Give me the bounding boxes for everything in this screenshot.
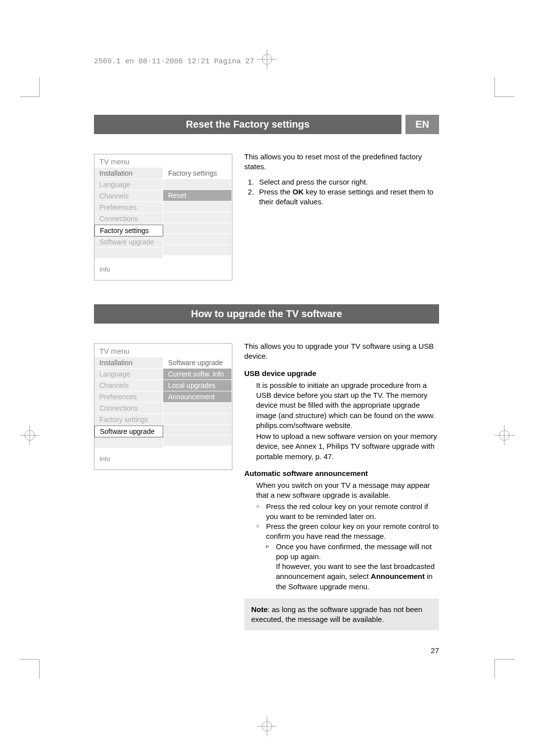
menu-item-language: Language <box>94 369 163 380</box>
menu-item-blank <box>163 435 232 446</box>
usb-paragraph-1: It is possible to initiate an upgrade pr… <box>256 380 439 430</box>
menu-item-factory-settings: Factory settings <box>94 414 163 425</box>
menu-info: Info <box>94 448 232 470</box>
menu-item-software-upgrade: Software upgrade <box>94 236 163 248</box>
menu-right-header: Software upgrade <box>163 357 232 369</box>
page-number: 27 <box>431 646 439 655</box>
menu-item-channels: Channels <box>94 380 163 391</box>
menu-title: TV menu <box>94 344 232 357</box>
menu-item-preferences: Preferences <box>94 202 163 213</box>
registration-mark-icon <box>20 425 40 445</box>
section-title-bar: How to upgrade the TV software <box>94 304 439 324</box>
note-box: Note: as long as the software upgrade ha… <box>244 599 439 631</box>
menu-item-connections: Connections <box>94 213 163 225</box>
menu-item-current-softw-info: Current softw. info <box>163 369 232 380</box>
crop-mark <box>20 77 40 97</box>
menu-left-header: Installation <box>94 168 163 179</box>
menu-right-header: Factory settings <box>163 168 232 179</box>
step-2: Press the OK key to erase settings and r… <box>256 187 439 207</box>
usb-heading: USB device upgrade <box>244 369 439 378</box>
menu-title: TV menu <box>94 154 232 168</box>
menu-item-blank <box>163 414 232 425</box>
section-upgrade: How to upgrade the TV software TV menu I… <box>94 304 439 630</box>
tv-menu-panel: TV menu Installation Language Channels P… <box>94 154 232 281</box>
menu-item-blank <box>94 248 163 259</box>
tv-menu-panel: TV menu Installation Language Channels P… <box>94 343 232 470</box>
menu-item-channels: Channels <box>94 190 163 202</box>
auto-followup: If however, you want to see the last bro… <box>276 562 435 591</box>
section-title: How to upgrade the TV software <box>94 304 439 324</box>
intro-text: This allows you to reset most of the pre… <box>244 152 439 172</box>
section-reset: Reset the Factory settings EN TV menu In… <box>94 115 439 281</box>
auto-triangle: Once you have confirmed, the message wil… <box>266 542 439 592</box>
menu-item-blank <box>94 437 163 448</box>
menu-item-local-upgrades: Local upgrades <box>163 380 232 391</box>
auto-intro: When you switch on your TV a message may… <box>256 480 439 501</box>
registration-mark-icon <box>257 49 277 69</box>
menu-item-software-upgrade: Software upgrade <box>94 425 163 437</box>
menu-info: Info <box>94 259 232 280</box>
menu-item-blank <box>163 403 232 414</box>
menu-item-blank <box>163 179 232 190</box>
menu-item-announcement: Announcement <box>163 391 232 403</box>
menu-item-connections: Connections <box>94 403 163 414</box>
auto-bullet-1: Press the red colour key on your remote … <box>256 502 439 522</box>
auto-bullet-2: Press the green colour key on your remot… <box>256 521 439 542</box>
menu-item-preferences: Preferences <box>94 391 163 403</box>
registration-mark-icon <box>494 425 514 445</box>
menu-item-factory-settings: Factory settings <box>94 225 163 236</box>
menu-item-blank <box>163 223 232 234</box>
menu-item-reset: Reset <box>163 190 232 201</box>
menu-item-blank <box>163 201 232 212</box>
menu-item-blank <box>163 212 232 223</box>
text-column: This allows you to reset most of the pre… <box>244 152 439 281</box>
menu-left-header: Installation <box>94 357 163 369</box>
crop-mark <box>20 659 40 679</box>
section-title: Reset the Factory settings <box>94 115 401 134</box>
usb-paragraph-2: How to upload a new software version on … <box>256 431 439 462</box>
crop-mark <box>494 77 514 97</box>
menu-item-blank <box>163 425 232 435</box>
menu-item-language: Language <box>94 179 163 190</box>
lang-badge: EN <box>405 115 439 134</box>
auto-heading: Automatic software announcement <box>244 469 439 478</box>
menu-item-blank <box>163 234 232 245</box>
crop-mark <box>494 659 514 679</box>
registration-mark-icon <box>257 716 277 736</box>
menu-item-blank <box>163 245 232 256</box>
step-1: Select and press the cursor right. <box>256 177 439 187</box>
print-header: 2569.1 en 08-11-2006 12:21 Pagina 27 <box>94 57 254 66</box>
intro-text: This allows you to upgrade your TV softw… <box>244 341 439 362</box>
section-title-bar: Reset the Factory settings EN <box>94 115 439 134</box>
text-column: This allows you to upgrade your TV softw… <box>244 341 439 630</box>
